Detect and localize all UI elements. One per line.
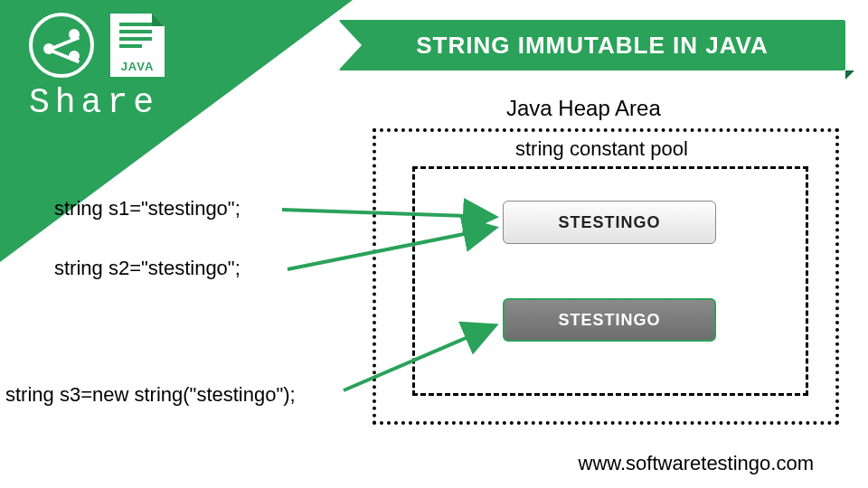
code-line-s1: string s1="stestingo"; [54,197,241,221]
share-icon [29,13,94,78]
heap-area-title: Java Heap Area [506,96,661,121]
pool-string-value: STESTINGO [558,213,660,232]
share-block: JAVA Share [29,13,165,122]
footer-url: www.softwaretestingo.com [579,452,814,475]
java-file-icon: JAVA [110,14,165,77]
code-line-s2: string s2="stestingo"; [54,257,241,280]
heap-string-value: STESTINGO [558,311,660,330]
code-line-s3: string s3=new string("stestingo"); [5,383,296,407]
title-banner: STRING IMMUTABLE IN JAVA [339,20,845,70]
share-label: Share [29,83,165,122]
pool-string-object: STESTINGO [503,201,716,244]
title-text: STRING IMMUTABLE IN JAVA [416,32,768,60]
string-pool-label: string constant pool [515,137,688,161]
heap-string-object: STESTINGO [503,298,716,342]
java-file-tag: JAVA [110,60,165,73]
